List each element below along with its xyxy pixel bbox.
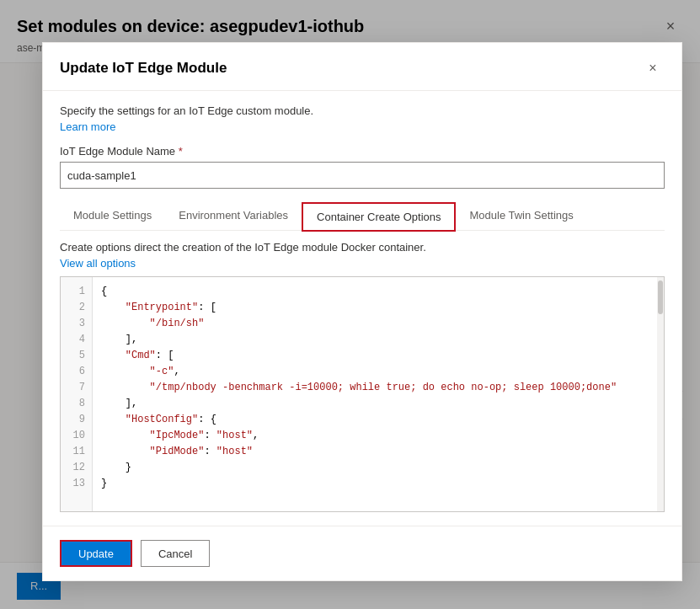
tab-env-vars[interactable]: Environment Variables <box>165 202 302 231</box>
code-line-5: "Cmd": [ <box>101 348 649 364</box>
code-line-10: "IpcMode": "host", <box>101 428 649 444</box>
inner-modal-title: Update IoT Edge Module <box>60 60 227 77</box>
code-line-3: "/bin/sh" <box>101 316 649 332</box>
module-name-label: IoT Edge Module Name * <box>60 145 665 158</box>
code-line-6: "-c", <box>101 364 649 380</box>
scrollbar-thumb[interactable] <box>658 280 663 314</box>
tab-description: Create options direct the creation of th… <box>60 241 665 254</box>
inner-close-button[interactable]: × <box>641 56 665 80</box>
code-line-2: "Entrypoint": [ <box>101 300 649 316</box>
tab-content: Create options direct the creation of th… <box>60 241 665 512</box>
view-all-options-link[interactable]: View all options <box>60 257 136 270</box>
tab-module-settings[interactable]: Module Settings <box>60 202 165 231</box>
required-indicator: * <box>179 145 183 158</box>
tab-module-twin[interactable]: Module Twin Settings <box>456 202 586 231</box>
code-line-9: "HostConfig": { <box>101 412 649 428</box>
cancel-button[interactable]: Cancel <box>141 540 210 567</box>
code-line-13: } <box>101 476 649 492</box>
line-numbers: 1 2 3 4 5 6 7 8 9 10 11 12 13 <box>61 277 93 511</box>
module-name-input[interactable] <box>60 162 665 189</box>
code-line-12: } <box>101 460 649 476</box>
code-line-7: "/tmp/nbody -benchmark -i=10000; while t… <box>101 380 649 396</box>
tab-container-create[interactable]: Container Create Options <box>302 202 456 232</box>
code-content[interactable]: { "Entrypoint": [ "/bin/sh" ], "Cmd": [ … <box>93 277 657 511</box>
code-editor[interactable]: 1 2 3 4 5 6 7 8 9 10 11 12 13 { "Entry <box>60 276 665 512</box>
scrollbar-track[interactable] <box>657 277 664 511</box>
modal-description: Specify the settings for an IoT Edge cus… <box>60 104 665 117</box>
tabs-row: Module Settings Environment Variables Co… <box>60 202 665 231</box>
code-line-1: { <box>101 284 649 300</box>
code-line-4: ], <box>101 332 649 348</box>
code-line-8: ], <box>101 396 649 412</box>
inner-modal: Update IoT Edge Module × Specify the set… <box>42 42 682 581</box>
learn-more-link[interactable]: Learn more <box>60 120 115 133</box>
update-button[interactable]: Update <box>60 540 132 567</box>
modal-footer: Update Cancel <box>43 526 681 580</box>
code-line-11: "PidMode": "host" <box>101 444 649 460</box>
